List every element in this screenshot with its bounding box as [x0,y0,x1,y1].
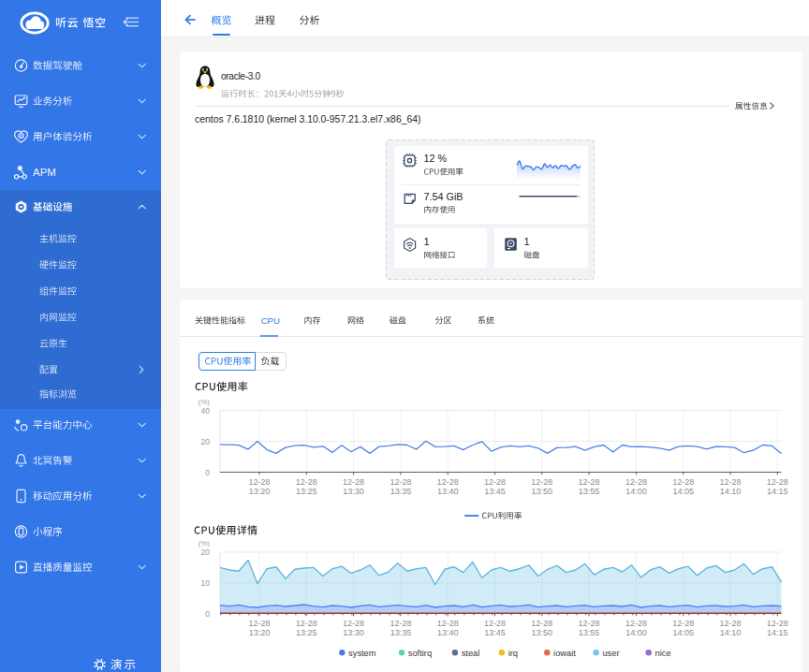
svg-text:12-28: 12-28 [531,477,552,487]
svg-text:CPU: CPU [261,315,280,326]
svg-text:13:55: 13:55 [579,628,600,637]
svg-text:20: 20 [200,437,210,446]
svg-text:14:15: 14:15 [767,628,788,637]
svg-text:13:50: 13:50 [532,628,553,637]
svg-text:12-28: 12-28 [672,619,694,628]
svg-text:12-28: 12-28 [579,477,600,487]
svg-text:12-28: 12-28 [625,477,647,487]
svg-text:12-28: 12-28 [719,619,741,628]
svg-text:13:25: 13:25 [296,487,317,496]
svg-text:oracle-3.0: oracle-3.0 [221,71,260,81]
svg-text:12-28: 12-28 [390,619,411,628]
svg-text:(%): (%) [199,539,211,548]
svg-text:13:20: 13:20 [249,628,271,637]
svg-text:12-28: 12-28 [296,477,317,487]
svg-text:system: system [348,649,376,658]
svg-text:14:00: 14:00 [625,487,647,496]
svg-text:12-28: 12-28 [343,619,364,628]
svg-text:1: 1 [524,236,530,247]
svg-text:12-28: 12-28 [248,619,270,628]
svg-text:12-28: 12-28 [672,477,694,487]
svg-text:14:15: 14:15 [767,487,788,496]
svg-text:12-28: 12-28 [248,477,270,487]
svg-text:12-28: 12-28 [343,477,364,487]
svg-text:14:10: 14:10 [720,487,742,496]
svg-text:12-28: 12-28 [531,619,552,628]
svg-text:12-28: 12-28 [625,619,647,628]
svg-text:13:30: 13:30 [343,628,364,637]
svg-text:13:25: 13:25 [296,628,317,637]
svg-text:10: 10 [200,578,210,588]
svg-text:14:05: 14:05 [672,628,694,637]
svg-text:12-28: 12-28 [390,477,411,487]
svg-text:12-28: 12-28 [437,619,459,628]
svg-text:12-28: 12-28 [484,619,506,628]
svg-text:13:40: 13:40 [437,628,459,637]
svg-text:1: 1 [424,236,430,247]
svg-text:14:05: 14:05 [672,487,694,496]
svg-text:13:30: 13:30 [343,487,364,496]
svg-text:nice: nice [655,649,671,658]
svg-text:centos 7.6.1810 (kernel 3.10.0: centos 7.6.1810 (kernel 3.10.0-957.21.3.… [195,114,420,124]
svg-text:13:45: 13:45 [484,487,506,496]
svg-text:softirq: softirq [408,649,432,658]
svg-text:12-28: 12-28 [767,477,788,487]
svg-text:13:35: 13:35 [390,628,412,637]
svg-text:14:00: 14:00 [625,628,647,637]
svg-text:12-28: 12-28 [719,477,741,487]
svg-text:7.54 GiB: 7.54 GiB [424,191,463,202]
svg-text:0: 0 [205,609,210,619]
svg-text:(%): (%) [199,398,211,406]
svg-text:12 %: 12 % [424,153,448,164]
svg-text:20: 20 [200,548,210,557]
svg-text:40: 40 [200,406,210,416]
svg-text:irq: irq [508,649,518,658]
svg-text:14:10: 14:10 [720,628,742,637]
svg-text:13:20: 13:20 [249,487,271,496]
svg-text:12-28: 12-28 [296,619,317,628]
svg-text:iowait: iowait [553,649,576,658]
svg-text:13:40: 13:40 [437,487,459,496]
svg-text:0: 0 [205,468,210,477]
svg-text:steal: steal [462,649,480,658]
svg-text:user: user [602,649,619,658]
svg-text:13:50: 13:50 [532,487,553,496]
svg-text:12-28: 12-28 [437,477,459,487]
svg-text:12-28: 12-28 [767,619,788,628]
svg-text:13:55: 13:55 [579,487,600,496]
svg-text:12-28: 12-28 [484,477,506,487]
svg-text:APM: APM [33,167,56,178]
svg-text:13:35: 13:35 [390,487,412,496]
svg-text:13:45: 13:45 [484,628,506,637]
svg-text:12-28: 12-28 [579,619,600,628]
